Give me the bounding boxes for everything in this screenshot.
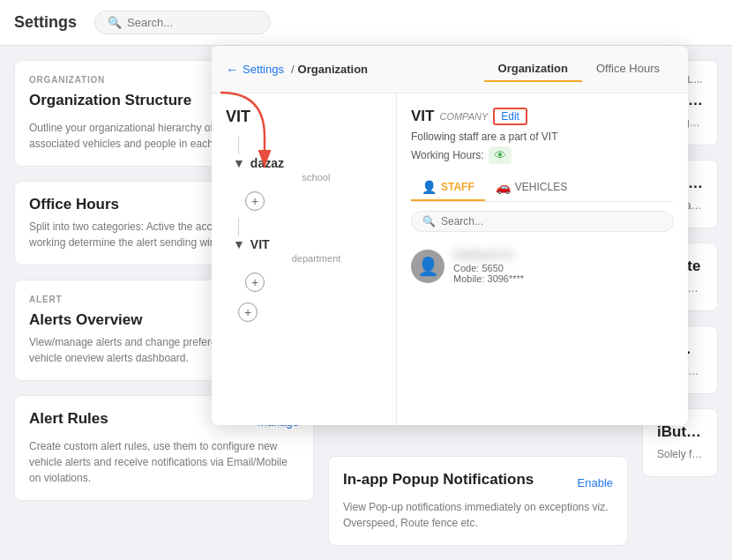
popup-notif-desc: View Pop-up notifications immediately on… xyxy=(343,499,613,531)
detail-panel: VIT COMPANY Edit Following staff are a p… xyxy=(397,93,688,425)
sub-tabs: 👤 STAFF 🚗 VEHICLES xyxy=(411,175,674,202)
sub-tab-staff[interactable]: 👤 STAFF xyxy=(411,175,485,201)
add-child-dazaz-button[interactable]: + xyxy=(245,191,265,211)
tree-connector-1 xyxy=(238,137,239,154)
breadcrumb-current: Organization xyxy=(298,63,368,76)
tab-office-hours[interactable]: Office Hours xyxy=(582,56,674,82)
tree-node-type-vit: department xyxy=(250,253,382,264)
tree-expand-icon-dazaz: ▼ xyxy=(233,156,245,170)
tree-expand-icon-vit: ▼ xyxy=(233,237,245,251)
org-detail-header: VIT COMPANY Edit xyxy=(411,108,674,125)
sub-tab-vehicles-label: VEHICLES xyxy=(515,181,567,193)
page-title: Settings xyxy=(14,13,77,32)
tree-node-name-dazaz: dazaz xyxy=(250,156,284,170)
avatar: 👤 xyxy=(411,250,444,283)
alert-rules-title: Alert Rules xyxy=(29,410,108,428)
tree-node-name-vit: VIT xyxy=(250,237,270,251)
alert-rules-desc: Create custom alert rules, use them to c… xyxy=(29,438,299,486)
detail-search-icon: 🔍 xyxy=(422,215,436,228)
working-hours-label: Working Hours: xyxy=(411,149,483,161)
staff-icon: 👤 xyxy=(422,180,437,194)
add-child-vit-button[interactable]: + xyxy=(245,273,265,292)
breadcrumb-settings: Settings xyxy=(243,63,284,76)
ibutton-title: iButton xyxy=(657,423,703,441)
popup-notif-title: In-app Popup Notifications xyxy=(343,471,534,489)
working-hours-row: Working Hours: 👁 xyxy=(411,146,674,164)
back-arrow-icon: ← xyxy=(226,62,239,77)
tree-node-vit-sub[interactable]: ▼ VIT xyxy=(233,237,382,251)
sub-tab-staff-label: STAFF xyxy=(441,181,474,193)
sub-tab-vehicles[interactable]: 🚗 VEHICLES xyxy=(485,175,578,201)
enable-popup-button[interactable]: Enable xyxy=(578,476,613,489)
overlay-panel: ← Settings / Organization Organization O… xyxy=(212,46,688,425)
vehicles-icon: 🚗 xyxy=(496,180,511,194)
tree-node-dazaz[interactable]: ▼ dazaz xyxy=(233,156,382,170)
breadcrumb-separator: / xyxy=(291,63,295,76)
overlay-tabs: Organization Office Hours xyxy=(484,56,674,82)
add-root-child-button[interactable]: + xyxy=(238,302,258,322)
back-link[interactable]: ← Settings xyxy=(226,62,284,77)
popup-notif-card: In-app Popup Notifications Enable View P… xyxy=(328,456,628,546)
person-info: Subhash K Code: 5650 Mobile: 3096**** xyxy=(453,248,674,284)
tab-organization[interactable]: Organization xyxy=(484,56,582,82)
detail-search-input[interactable] xyxy=(441,215,662,228)
avatar-icon: 👤 xyxy=(417,256,439,277)
edit-org-button[interactable]: Edit xyxy=(493,108,527,125)
ibutton-desc: Solely fo modes: I Entry. xyxy=(657,446,703,462)
person-name: Subhash K xyxy=(453,248,674,261)
top-bar: Settings 🔍 xyxy=(0,0,732,46)
search-bar[interactable]: 🔍 xyxy=(94,11,271,34)
tree-item-vit-sub: ▼ VIT department + xyxy=(233,237,382,299)
person-row: 👤 Subhash K Code: 5650 Mobile: 3096**** xyxy=(411,243,674,289)
tree-node-type-dazaz: school xyxy=(250,172,382,183)
org-subtitle: Following staff are a part of VIT xyxy=(411,131,674,143)
tree-item-dazaz: ▼ dazaz school + xyxy=(233,156,382,218)
org-root-label: VIT xyxy=(226,108,382,126)
org-detail-type: COMPANY xyxy=(439,111,488,122)
overlay-header: ← Settings / Organization Organization O… xyxy=(212,46,688,93)
org-tree-panel: VIT ▼ dazaz school + ▼ VIT depart xyxy=(212,93,397,425)
detail-search-bar[interactable]: 🔍 xyxy=(411,211,674,232)
org-detail-name: VIT xyxy=(411,108,434,125)
search-icon: 🔍 xyxy=(108,16,122,29)
person-code: Code: 5650 xyxy=(453,263,674,273)
person-mobile: Mobile: 3096**** xyxy=(453,273,674,284)
view-working-hours-button[interactable]: 👁 xyxy=(489,146,512,164)
overlay-body: VIT ▼ dazaz school + ▼ VIT depart xyxy=(212,93,688,425)
tree-connector-2 xyxy=(238,218,239,235)
org-structure-title: Organization Structure xyxy=(29,92,191,109)
search-input[interactable] xyxy=(127,16,250,29)
